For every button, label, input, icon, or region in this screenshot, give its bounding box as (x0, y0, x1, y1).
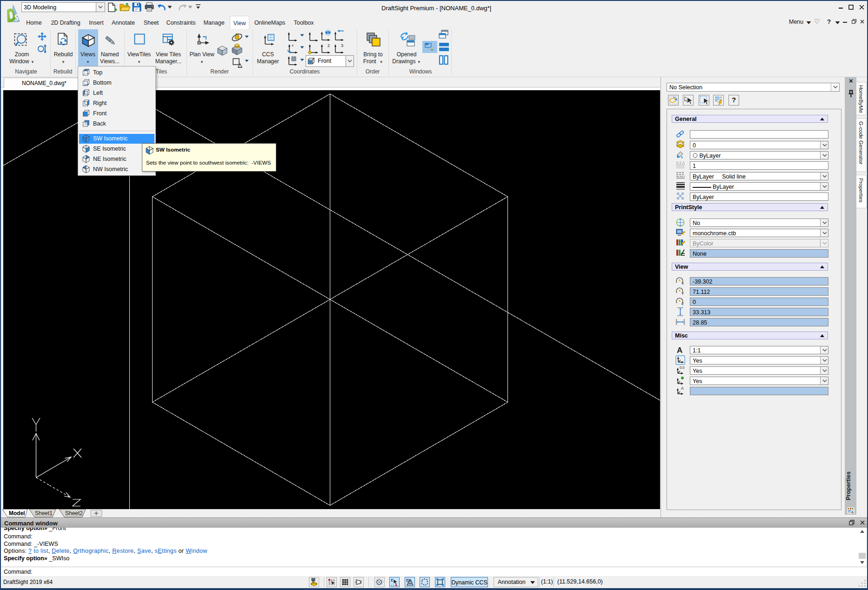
svg-text:A: A (851, 510, 854, 514)
svg-text:A: A (677, 346, 682, 355)
svg-text:X: X (681, 281, 684, 285)
svg-text:Model: Model (9, 510, 25, 517)
svg-text:Sheet2: Sheet2 (65, 510, 83, 517)
svg-text:Z: Z (681, 302, 684, 306)
svg-text:3: 3 (341, 43, 343, 48)
svg-text:Y: Y (681, 292, 684, 296)
svg-text:E: E (391, 578, 394, 583)
svg-text:x: x (292, 43, 294, 47)
svg-text:0.0: 0.0 (680, 365, 684, 370)
svg-text:Sheet1: Sheet1 (35, 510, 53, 517)
svg-text:2: 2 (327, 43, 330, 48)
svg-text:A: A (681, 386, 684, 391)
